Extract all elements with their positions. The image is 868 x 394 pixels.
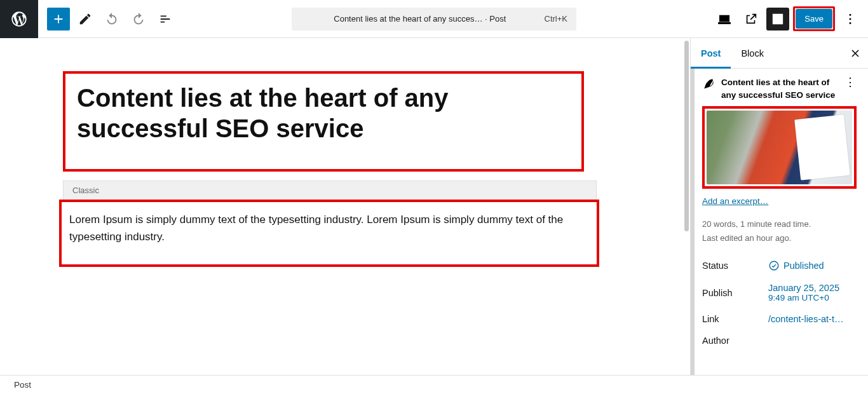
post-body[interactable]: Lorem Ipsum is simply dummy text of the … — [69, 211, 589, 245]
editor-canvas[interactable]: Content lies at the heart of any success… — [0, 38, 690, 375]
post-last-edited: Last edited an hour ago. — [702, 231, 857, 245]
edit-mode-button[interactable] — [74, 8, 97, 31]
label-link: Link — [702, 314, 768, 324]
post-type-icon — [702, 78, 715, 90]
settings-panel-toggle[interactable] — [766, 8, 789, 31]
label-author: Author — [702, 336, 768, 346]
canvas-scrollbar[interactable] — [684, 41, 689, 231]
sidebar-post-title: Content lies at the heart of any success… — [721, 76, 837, 101]
label-status: Status — [702, 261, 768, 271]
document-pill[interactable]: Content lies at the heart of any succes…… — [292, 8, 576, 31]
close-icon — [849, 47, 862, 60]
wordpress-logo[interactable] — [0, 0, 38, 38]
row-status[interactable]: Status Published — [702, 254, 857, 277]
wordpress-icon — [10, 10, 28, 28]
value-publish: January 25, 2025 9:49 am UTC+0 — [768, 283, 839, 302]
plus-icon — [51, 12, 65, 26]
block-label: Classic — [63, 180, 597, 200]
kebab-icon — [843, 12, 857, 26]
post-stats: 20 words, 1 minute read time. — [702, 217, 857, 231]
document-pill-title: Content lies at the heart of any succes…… — [301, 14, 539, 24]
options-button[interactable] — [839, 8, 862, 31]
row-publish[interactable]: Publish January 25, 2025 9:49 am UTC+0 — [702, 277, 857, 308]
tab-post[interactable]: Post — [691, 38, 731, 69]
title-highlight: Content lies at the heart of any success… — [63, 71, 584, 172]
sidebar-header: Content lies at the heart of any success… — [702, 76, 857, 101]
svg-point-4 — [770, 262, 778, 271]
svg-point-3 — [850, 22, 851, 24]
svg-point-1 — [850, 14, 851, 16]
label-publish: Publish — [702, 288, 768, 298]
redo-icon — [132, 12, 146, 26]
pencil-icon — [78, 12, 92, 26]
redo-button[interactable] — [127, 8, 150, 31]
svg-rect-0 — [778, 14, 782, 24]
undo-icon — [105, 12, 119, 26]
document-pill-shortcut: Ctrl+K — [545, 14, 567, 24]
tab-block[interactable]: Block — [731, 38, 773, 69]
value-status: Published — [768, 260, 824, 271]
main-area: Content lies at the heart of any success… — [0, 38, 868, 375]
toolbar-right: Save — [713, 6, 868, 31]
editor-toolbar: Content lies at the heart of any succes…… — [0, 0, 868, 38]
external-link-icon — [744, 12, 758, 26]
save-button[interactable]: Save — [796, 9, 832, 29]
outline-icon — [158, 12, 172, 26]
breadcrumb[interactable]: Post — [14, 380, 31, 390]
feather-icon — [702, 78, 715, 90]
post-meta: 20 words, 1 minute read time. Last edite… — [702, 217, 857, 245]
sidebar-tabs: Post Block — [691, 38, 868, 69]
sidebar-body: Content lies at the heart of any success… — [691, 69, 868, 375]
post-title[interactable]: Content lies at the heart of any success… — [77, 83, 570, 144]
value-link: /content-lies-at-t… — [768, 314, 843, 324]
save-highlight: Save — [793, 6, 835, 31]
row-link[interactable]: Link /content-lies-at-t… — [702, 308, 857, 330]
content-highlight: Lorem Ipsum is simply dummy text of the … — [59, 200, 599, 267]
sidebar-scrollbar[interactable] — [691, 69, 695, 375]
laptop-icon — [717, 12, 731, 26]
close-sidebar-button[interactable] — [848, 46, 863, 61]
featured-image-highlight — [702, 106, 857, 189]
undo-button[interactable] — [100, 8, 123, 31]
preview-button[interactable] — [740, 8, 763, 31]
editor-footer: Post — [0, 375, 868, 394]
sidebar-icon — [771, 12, 785, 26]
document-outline-button[interactable] — [154, 8, 177, 31]
add-excerpt-link[interactable]: Add an excerpt… — [702, 196, 857, 206]
view-desktop-button[interactable] — [713, 8, 736, 31]
featured-image[interactable] — [707, 111, 852, 184]
row-author[interactable]: Author — [702, 330, 857, 351]
check-circle-icon — [768, 260, 780, 271]
svg-point-2 — [850, 18, 851, 20]
post-properties: Status Published Publish January 25, 202… — [702, 254, 857, 351]
classic-block: Classic Lorem Ipsum is simply dummy text… — [63, 180, 597, 267]
settings-sidebar: Post Block Content lies at the heart of … — [690, 38, 868, 375]
add-block-button[interactable] — [47, 8, 70, 31]
sidebar-post-actions[interactable]: ⋮ — [844, 76, 857, 88]
